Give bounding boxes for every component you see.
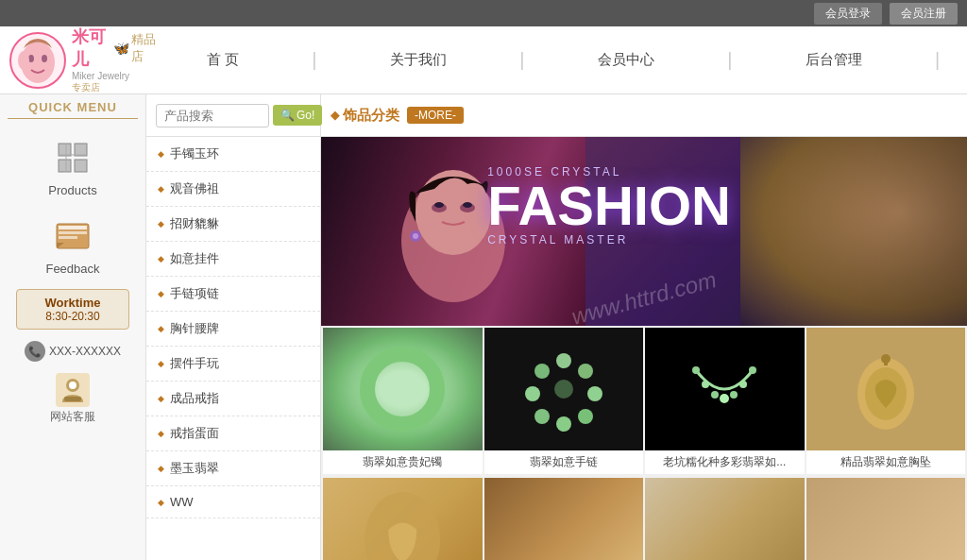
product-card-3[interactable]: 精品翡翠如意胸坠 bbox=[806, 328, 966, 474]
banner: 1000SE CRYSTAL FASHION CRYSTAL MASTER ww… bbox=[321, 137, 967, 326]
cat-item-4[interactable]: 手链项链 bbox=[146, 277, 320, 312]
banner-watermark: www.httrd.com bbox=[568, 266, 719, 326]
svg-point-32 bbox=[534, 364, 550, 379]
svg-point-30 bbox=[534, 409, 550, 424]
category-title: 饰品分类 bbox=[331, 107, 399, 125]
product-card-1[interactable]: 翡翠如意手链 bbox=[484, 328, 644, 474]
cat-item-0[interactable]: 手镯玉环 bbox=[146, 137, 320, 172]
cat-item-5[interactable]: 胸针腰牌 bbox=[146, 312, 320, 347]
cat-item-10[interactable]: WW bbox=[146, 486, 320, 518]
row2b-thumb bbox=[484, 478, 644, 560]
search-button[interactable]: 🔍 Go! bbox=[273, 105, 322, 126]
more-button[interactable]: -MORE- bbox=[407, 107, 464, 124]
product-thumb-3 bbox=[806, 328, 966, 450]
product-name-0: 翡翠如意贵妃镯 bbox=[323, 450, 483, 474]
content-wrapper: QUICK MENU Products bbox=[0, 94, 967, 560]
svg-rect-11 bbox=[59, 226, 87, 229]
search-category-bar: 🔍 Go! 饰品分类 -MORE- bbox=[146, 94, 967, 137]
svg-rect-16 bbox=[64, 397, 81, 401]
product-thumb-1 bbox=[484, 328, 644, 450]
product-card-4[interactable] bbox=[323, 478, 483, 560]
cat-item-8[interactable]: 戒指蛋面 bbox=[146, 416, 320, 451]
products-icon bbox=[49, 134, 96, 181]
product-card-0[interactable]: 翡翠如意贵妃镯 bbox=[323, 328, 483, 474]
product-thumb-0 bbox=[323, 328, 483, 450]
banner-fashion-text: FASHION bbox=[487, 178, 731, 233]
product-card-6[interactable] bbox=[645, 478, 805, 560]
phone-row: 📞 XXX-XXXXXX bbox=[25, 335, 121, 367]
row2a-thumb bbox=[323, 478, 483, 560]
nav-home[interactable]: 首 页 bbox=[188, 51, 258, 69]
nav-divider-2: | bbox=[519, 49, 524, 71]
beads-thumb bbox=[484, 328, 644, 450]
svg-point-33 bbox=[554, 380, 573, 399]
quick-menu-label: QUICK MENU bbox=[8, 100, 139, 119]
svg-point-24 bbox=[413, 233, 418, 239]
svg-rect-4 bbox=[59, 144, 71, 156]
svg-rect-5 bbox=[75, 144, 87, 156]
login-button[interactable]: 会员登录 bbox=[814, 3, 882, 25]
logo-face-icon bbox=[14, 34, 61, 86]
products-label: Products bbox=[48, 183, 96, 197]
cat-item-3[interactable]: 如意挂件 bbox=[146, 242, 320, 277]
product-name-1: 翡翠如意手链 bbox=[484, 450, 644, 474]
row2c-thumb bbox=[645, 478, 805, 560]
brand-cn: 米可儿 bbox=[72, 25, 111, 71]
brand-sub-label: 精品店 bbox=[131, 31, 161, 65]
product-card-5[interactable] bbox=[484, 478, 644, 560]
brand-en2: 专卖店 bbox=[72, 81, 161, 94]
search-icon: 🔍 bbox=[280, 109, 295, 122]
worktime-title: Worktime bbox=[26, 296, 119, 310]
worktime-hours: 8:30-20:30 bbox=[26, 310, 119, 323]
main-nav: 首 页 | 关于我们 | 会员中心 | 后台管理 | bbox=[161, 26, 967, 94]
two-col: 手镯玉环 观音佛祖 招财貔貅 如意挂件 手链项链 胸针腰牌 摆件手玩 成品戒指 … bbox=[146, 137, 967, 560]
nav-admin[interactable]: 后台管理 bbox=[787, 51, 881, 69]
banner-couple bbox=[740, 137, 967, 326]
logo-icon bbox=[9, 32, 66, 89]
cat-item-6[interactable]: 摆件手玩 bbox=[146, 347, 320, 382]
necklace-thumb bbox=[645, 328, 805, 450]
product-card-7[interactable] bbox=[806, 478, 966, 560]
cat-item-7[interactable]: 成品戒指 bbox=[146, 382, 320, 416]
svg-point-37 bbox=[720, 394, 729, 403]
product-card-2[interactable]: 老坑糯化种多彩翡翠如... bbox=[645, 328, 805, 474]
register-button[interactable]: 会员注册 bbox=[890, 3, 958, 25]
svg-rect-13 bbox=[59, 236, 77, 239]
svg-point-40 bbox=[749, 366, 756, 374]
customer-service[interactable]: 网站客服 bbox=[50, 367, 95, 431]
cat-item-1[interactable]: 观音佛祖 bbox=[146, 172, 320, 207]
search-input[interactable] bbox=[156, 104, 269, 127]
product-area: 1000SE CRYSTAL FASHION CRYSTAL MASTER ww… bbox=[321, 137, 967, 560]
nav-about[interactable]: 关于我们 bbox=[371, 51, 466, 69]
svg-point-34 bbox=[692, 366, 700, 374]
beads-svg bbox=[521, 347, 606, 432]
row2d-thumb bbox=[806, 478, 966, 560]
svg-rect-44 bbox=[884, 356, 888, 365]
svg-point-15 bbox=[69, 382, 76, 389]
sidebar-item-feedback[interactable]: Feedback bbox=[0, 205, 145, 283]
logo-area: 米可儿 🦋 精品店 Miker Jewelry 专卖店 bbox=[0, 26, 161, 94]
svg-point-28 bbox=[578, 409, 593, 424]
banner-text: 1000SE CRYSTAL FASHION CRYSTAL MASTER bbox=[478, 156, 740, 256]
nav-divider-4: | bbox=[935, 49, 940, 71]
search-area: 🔍 Go! bbox=[146, 94, 321, 136]
jade-bangle-shape bbox=[360, 347, 445, 432]
main-header: 米可儿 🦋 精品店 Miker Jewelry 专卖店 首 页 | 关于我们 |… bbox=[0, 26, 967, 94]
row2a-svg bbox=[323, 478, 483, 560]
feedback-label: Feedback bbox=[45, 262, 99, 276]
cat-item-2[interactable]: 招财貔貅 bbox=[146, 207, 320, 242]
sidebar-item-products[interactable]: Products bbox=[0, 127, 145, 205]
cat-item-9[interactable]: 墨玉翡翠 bbox=[146, 451, 320, 486]
product-grid-row2 bbox=[321, 476, 967, 560]
feedback-icon bbox=[49, 212, 96, 260]
product-thumb-7 bbox=[806, 478, 966, 560]
nav-member[interactable]: 会员中心 bbox=[579, 51, 673, 69]
cs-icon bbox=[56, 373, 90, 407]
product-thumb-6 bbox=[645, 478, 805, 560]
svg-point-39 bbox=[739, 381, 747, 388]
main-content: 🔍 Go! 饰品分类 -MORE- 手镯玉环 观音佛祖 招财貔貅 如意挂件 手链… bbox=[146, 94, 967, 560]
svg-point-2 bbox=[42, 55, 47, 62]
svg-point-35 bbox=[702, 381, 709, 388]
pendant-thumb bbox=[806, 328, 966, 450]
nav-divider-3: | bbox=[727, 49, 732, 71]
